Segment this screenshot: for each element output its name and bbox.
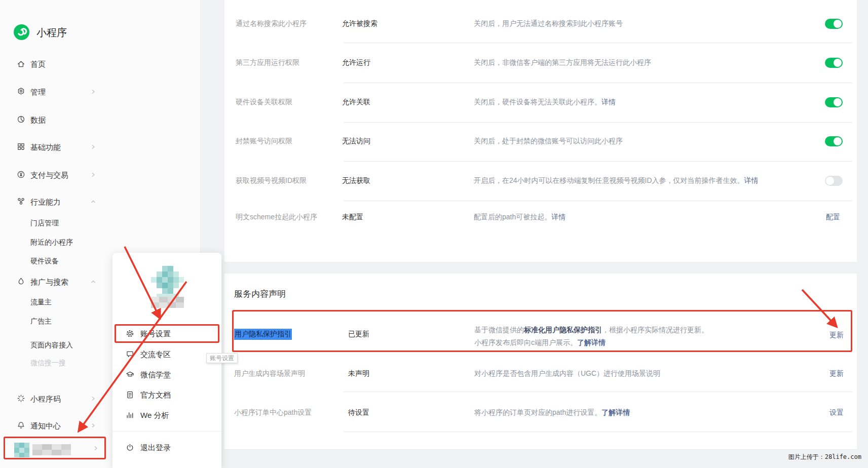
section-title: 服务内容声明 xyxy=(234,288,286,300)
badge-icon xyxy=(17,87,25,96)
detail-link[interactable]: 详情 xyxy=(744,176,759,184)
permission-value: 无法访问 xyxy=(342,137,370,146)
permission-value: 无法获取 xyxy=(342,176,370,185)
permission-label: 获取视频号视频ID权限 xyxy=(236,176,307,185)
menu-item-logout[interactable]: 退出登录 xyxy=(112,438,221,458)
sidebar-item-miniprogram-code[interactable]: 小程序码 xyxy=(30,395,61,404)
desc-text: 关闭后，非微信客户端的第三方应用将无法运行此小程序 xyxy=(474,58,651,66)
set-path-button[interactable]: 设置 xyxy=(829,408,844,417)
gear-icon xyxy=(126,329,134,338)
permission-value: 未配置 xyxy=(342,213,363,222)
declaration-label: 小程序订单中心path设置 xyxy=(234,408,312,417)
chat-bubble-icon xyxy=(126,350,134,359)
avatar-blur xyxy=(151,266,184,308)
flame-icon xyxy=(17,277,25,286)
grid-icon xyxy=(17,142,25,151)
chevron-right-icon xyxy=(90,89,96,95)
privacy-guide-label[interactable]: 用户隐私保护指引 xyxy=(234,329,292,340)
sidebar-item-advertiser[interactable]: 广告主 xyxy=(30,317,52,326)
desc-text: 将小程序的订单页对应的path进行设置。 xyxy=(474,408,601,416)
toggle-video-id[interactable] xyxy=(825,176,843,186)
sidebar-item-wechat-search: 微信搜一搜 xyxy=(30,359,66,368)
sidebar-item-nearby[interactable]: 附近的小程序 xyxy=(30,238,73,247)
home-icon xyxy=(17,60,25,68)
sidebar-item-notification-center[interactable]: 通知中心 xyxy=(30,421,61,431)
permission-desc: 配置后的path可被拉起。详情 xyxy=(474,213,565,222)
declaration-card xyxy=(224,274,857,450)
configure-button[interactable]: 配置 xyxy=(826,213,840,222)
permission-value: 允许关联 xyxy=(342,98,370,107)
declaration-desc: 对小程序是否包含用户生成内容（UGC）进行使用场景说明 xyxy=(474,369,660,378)
chevron-up-icon xyxy=(90,279,96,285)
toggle-banned-account-access[interactable] xyxy=(825,136,843,146)
declaration-desc: 将小程序的订单页对应的path进行设置。了解详情 xyxy=(474,408,630,417)
sidebar-item-home[interactable]: 首页 xyxy=(30,60,46,69)
menu-item-official-docs[interactable]: 官方文档 xyxy=(112,385,221,405)
app-title: 小程序 xyxy=(36,26,67,40)
account-popup-menu: 账号设置 交流专区 微信学堂 官方文档 We 分析 退出登录 xyxy=(112,253,221,468)
menu-item-account-settings[interactable]: 账号设置 xyxy=(112,324,221,344)
desc-text: 基于微信提供的 xyxy=(474,326,524,334)
desc-text: 配置后的path可被拉起。 xyxy=(474,213,551,221)
learn-more-link[interactable]: 了解详情 xyxy=(577,338,606,346)
sidebar-item-page-content[interactable]: 页面内容接入 xyxy=(30,341,73,350)
sidebar-item-traffic[interactable]: 流量主 xyxy=(30,298,52,307)
sidebar-item-data[interactable]: 数据 xyxy=(30,115,46,125)
toggle-knob xyxy=(834,98,842,106)
miniprogram-logo-icon xyxy=(14,24,29,40)
permissions-card xyxy=(224,0,857,262)
permission-label: 明文scheme拉起此小程序 xyxy=(236,213,317,222)
menu-item-label: We 分析 xyxy=(140,411,169,420)
avatar xyxy=(14,443,29,457)
desc-text: 开启后，在24小时内可以在移动端复制任意视频号视频ID入参，仅对当前操作者生效。 xyxy=(474,176,744,184)
toggle-knob xyxy=(826,177,834,185)
chevron-right-icon xyxy=(90,396,96,402)
menu-item-label: 退出登录 xyxy=(140,443,171,453)
declaration-value: 已更新 xyxy=(348,330,369,339)
chevron-right-icon xyxy=(90,144,96,150)
desc-text: 关闭后，硬件设备将无法关联此小程序。 xyxy=(474,98,601,106)
toggle-hardware-link[interactable] xyxy=(825,97,843,107)
declaration-value: 待设置 xyxy=(348,408,369,417)
toggle-third-party-run[interactable] xyxy=(825,58,843,68)
desc-text: ，根据小程序实际情况进行更新。 xyxy=(602,326,708,334)
nodes-icon xyxy=(17,197,25,206)
spark-icon xyxy=(17,394,25,403)
declaration-desc-line2: 小程序发布后即向c端用户展示。了解详情 xyxy=(474,338,606,347)
chevron-right-icon xyxy=(90,422,96,428)
document-icon xyxy=(126,391,134,399)
sidebar-item-payment[interactable]: 支付与交易 xyxy=(30,171,68,180)
sidebar-item-promotion-search[interactable]: 推广与搜索 xyxy=(30,278,68,287)
update-ugc-button[interactable]: 更新 xyxy=(829,369,844,378)
desc-bold-text: 标准化用户隐私保护指引 xyxy=(524,326,602,334)
account-row[interactable] xyxy=(4,437,106,459)
menu-item-forum[interactable]: 交流专区 xyxy=(112,344,221,365)
menu-item-label: 微信学堂 xyxy=(140,370,171,380)
declaration-desc: 基于微信提供的标准化用户隐私保护指引，根据小程序实际情况进行更新。 xyxy=(474,326,708,335)
sidebar-item-basic-features[interactable]: 基础功能 xyxy=(30,143,61,152)
permission-desc: 关闭后，硬件设备将无法关联此小程序。详情 xyxy=(474,98,616,107)
desc-text: 小程序发布后即向c端用户展示。 xyxy=(474,338,577,346)
toggle-search-by-name[interactable] xyxy=(825,19,843,29)
toggle-knob xyxy=(834,137,842,145)
update-privacy-button[interactable]: 更新 xyxy=(829,331,844,340)
permission-value: 允许被搜索 xyxy=(342,19,378,28)
desc-text: 关闭后，处于封禁的微信账号可以访问此小程序 xyxy=(474,137,623,145)
power-icon xyxy=(126,443,134,452)
permission-desc: 关闭后，处于封禁的微信账号可以访问此小程序 xyxy=(474,137,623,146)
menu-item-we-analytics[interactable]: We 分析 xyxy=(112,405,221,425)
sidebar-item-hardware[interactable]: 硬件设备 xyxy=(30,257,59,266)
menu-item-label: 账号设置 xyxy=(140,329,171,339)
chevron-up-icon xyxy=(90,199,96,205)
learn-more-link[interactable]: 了解详情 xyxy=(601,408,630,416)
sidebar-item-store-manage[interactable]: 门店管理 xyxy=(30,219,59,228)
sidebar-item-industry[interactable]: 行业能力 xyxy=(30,198,61,207)
sidebar-item-manage[interactable]: 管理 xyxy=(30,88,46,97)
permission-desc: 关闭后，非微信客户端的第三方应用将无法运行此小程序 xyxy=(474,58,651,67)
menu-item-wechat-academy[interactable]: 微信学堂 xyxy=(112,365,221,385)
detail-link[interactable]: 详情 xyxy=(551,213,565,221)
desc-text: 对小程序是否包含用户生成内容（UGC）进行使用场景说明 xyxy=(474,369,660,377)
detail-link[interactable]: 详情 xyxy=(601,98,616,106)
yen-icon xyxy=(17,170,25,179)
chevron-right-icon xyxy=(93,445,99,451)
